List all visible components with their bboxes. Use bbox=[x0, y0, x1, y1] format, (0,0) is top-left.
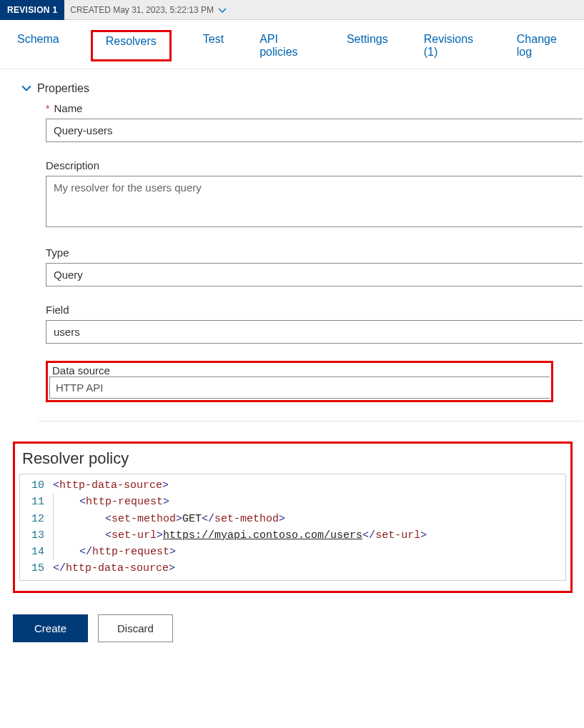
line-number: 15 bbox=[20, 560, 53, 577]
field-label: Field bbox=[46, 304, 69, 316]
revision-badge: REVISION 1 bbox=[0, 0, 64, 20]
code-line-12: <set-method>GET</set-method> bbox=[53, 511, 285, 527]
line-number: 11 bbox=[20, 494, 53, 510]
tab-settings[interactable]: Settings bbox=[342, 30, 392, 61]
revision-created[interactable]: CREATED May 31, 2023, 5:22:13 PM bbox=[64, 5, 225, 15]
tab-revisions[interactable]: Revisions (1) bbox=[420, 30, 485, 61]
tab-bar: Schema Resolvers Test API policies Setti… bbox=[0, 20, 584, 69]
action-buttons: Create Discard bbox=[0, 593, 584, 642]
create-button[interactable]: Create bbox=[13, 614, 88, 642]
separator bbox=[39, 421, 583, 422]
properties-title: Properties bbox=[37, 82, 89, 95]
code-line-14: </http-request> bbox=[53, 544, 176, 560]
code-line-13: <set-url>https://myapi.contoso.com/users… bbox=[53, 527, 427, 544]
discard-button[interactable]: Discard bbox=[98, 614, 173, 642]
field-input[interactable] bbox=[46, 320, 583, 344]
data-source-extra[interactable] bbox=[135, 377, 550, 399]
revision-header: REVISION 1 CREATED May 31, 2023, 5:22:13… bbox=[0, 0, 584, 20]
code-line-11: <http-request> bbox=[53, 494, 169, 510]
type-input[interactable] bbox=[46, 263, 583, 286]
resolver-policy-section: Resolver policy 10 <http-data-source> 11… bbox=[13, 442, 573, 593]
required-asterisk: * bbox=[46, 103, 49, 114]
properties-toggle[interactable]: Properties bbox=[21, 82, 583, 95]
revision-created-text: CREATED May 31, 2023, 5:22:13 PM bbox=[70, 5, 214, 15]
code-line-15: </http-data-source> bbox=[53, 560, 175, 577]
field-block: Field bbox=[21, 304, 583, 344]
line-number: 10 bbox=[20, 477, 53, 494]
line-number: 13 bbox=[20, 527, 53, 544]
properties-panel: Properties * Name Description Type Field… bbox=[0, 69, 584, 422]
line-number: 12 bbox=[20, 511, 53, 527]
name-label: Name bbox=[54, 102, 82, 114]
tab-schema[interactable]: Schema bbox=[13, 30, 64, 61]
data-source-block: Data source HTTP API bbox=[46, 361, 553, 402]
name-block: * Name bbox=[21, 102, 583, 142]
tab-change-log[interactable]: Change log bbox=[513, 30, 571, 61]
resolver-code-editor[interactable]: 10 <http-data-source> 11 <http-request> … bbox=[19, 474, 566, 581]
type-label: Type bbox=[46, 246, 69, 259]
type-block: Type bbox=[21, 246, 583, 286]
chevron-down-icon bbox=[218, 6, 225, 14]
line-number: 14 bbox=[20, 544, 53, 560]
description-label: Description bbox=[46, 159, 99, 171]
description-input[interactable] bbox=[46, 176, 583, 227]
data-source-label: Data source bbox=[49, 364, 550, 377]
tab-resolvers[interactable]: Resolvers bbox=[91, 30, 172, 61]
resolver-policy-title: Resolver policy bbox=[22, 449, 566, 468]
data-source-input[interactable]: HTTP API bbox=[49, 377, 135, 399]
tab-api-policies[interactable]: API policies bbox=[255, 30, 315, 61]
description-block: Description bbox=[21, 159, 583, 229]
tab-test[interactable]: Test bbox=[199, 30, 228, 61]
code-line-10: <http-data-source> bbox=[53, 477, 169, 494]
name-input[interactable] bbox=[46, 119, 583, 142]
chevron-down-icon bbox=[21, 84, 31, 94]
